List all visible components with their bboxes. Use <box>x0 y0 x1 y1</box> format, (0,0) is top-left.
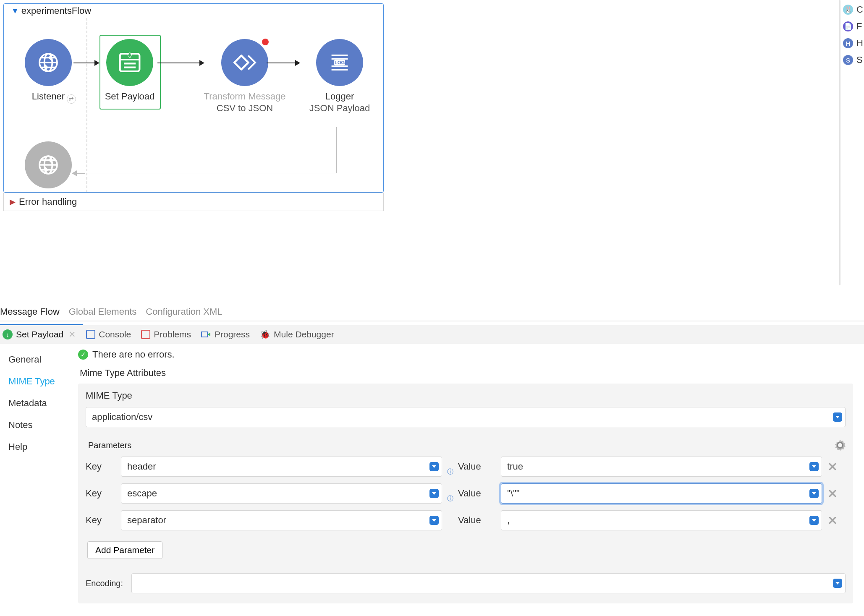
listener-badge-icon: ⇄ <box>67 94 76 104</box>
chevron-down-icon[interactable] <box>429 516 439 525</box>
value-label: Value <box>458 461 496 472</box>
panel-tab-mule-debugger[interactable]: 🐞 Mule Debugger <box>260 329 334 339</box>
gear-icon[interactable] <box>835 440 846 451</box>
status-banner: ✓ There are no errors. <box>78 347 864 364</box>
key-label: Key <box>86 515 116 526</box>
flow-header[interactable]: ▼ experimentsFlow <box>4 4 383 18</box>
ok-icon: ✓ <box>78 350 88 360</box>
parameter-row: Key ⓘ Value <box>86 483 846 504</box>
arrow-icon <box>157 63 204 63</box>
bug-icon: 🐞 <box>260 329 270 339</box>
param-key-input[interactable] <box>121 457 442 477</box>
value-label: Value <box>458 515 496 526</box>
properties-sidebar: General MIME Type Metadata Notes Help <box>0 344 72 603</box>
chevron-down-icon[interactable] <box>833 412 842 422</box>
problems-icon <box>141 330 150 339</box>
mime-type-label: MIME Type <box>86 390 846 401</box>
palette-item[interactable]: HH <box>843 38 864 49</box>
expand-triangle-icon[interactable]: ▶ <box>10 197 16 206</box>
transform-icon <box>221 39 268 86</box>
key-label: Key <box>86 488 116 499</box>
param-key-input[interactable] <box>121 483 442 504</box>
param-value-input[interactable] <box>501 510 822 530</box>
chevron-down-icon[interactable] <box>809 489 819 498</box>
info-icon[interactable]: ⓘ <box>447 468 453 476</box>
chevron-down-icon[interactable] <box>833 579 842 588</box>
sidebar-item-help[interactable]: Help <box>8 441 72 452</box>
chevron-down-icon[interactable] <box>429 462 439 471</box>
chevron-down-icon[interactable] <box>429 489 439 498</box>
palette-item[interactable]: 📄F <box>843 21 864 32</box>
param-key-input[interactable] <box>121 510 442 530</box>
sidebar-item-notes[interactable]: Notes <box>8 420 72 431</box>
return-path <box>76 127 337 173</box>
listener-icon <box>25 39 72 86</box>
arrow-icon <box>267 63 299 63</box>
flow-name: experimentsFlow <box>21 5 91 16</box>
transform-label: Transform Message <box>190 91 299 102</box>
node-set-payload[interactable]: Set Payload <box>88 39 172 102</box>
node-transform[interactable]: Transform Message CSV to JSON <box>190 39 299 114</box>
panel-tab-console[interactable]: Console <box>86 329 131 339</box>
param-value-input[interactable] <box>501 483 822 504</box>
svg-rect-8 <box>202 332 207 337</box>
logger-icon: LOG <box>316 39 363 86</box>
progress-icon <box>201 330 211 339</box>
key-label: Key <box>86 461 116 472</box>
flow-canvas[interactable]: ▼ experimentsFlow ⇄ Listener <box>0 0 864 306</box>
sidebar-item-mime-type[interactable]: MIME Type <box>8 376 72 387</box>
arrow-icon <box>73 63 99 63</box>
scrollbar[interactable] <box>839 0 840 285</box>
add-parameter-button[interactable]: Add Parameter <box>87 541 162 559</box>
panel-tab-problems[interactable]: Problems <box>141 329 191 339</box>
parameters-title: Parameters <box>88 441 131 450</box>
listener-label: Listener <box>6 91 90 102</box>
chevron-down-icon[interactable] <box>809 516 819 525</box>
palette: 🐰C 📄F HH SS <box>843 4 864 65</box>
encoding-label: Encoding: <box>86 579 123 588</box>
sidebar-item-general[interactable]: General <box>8 354 72 365</box>
breakpoint-icon <box>262 39 269 45</box>
delete-row-icon[interactable] <box>827 461 838 472</box>
arrow-return-icon <box>73 173 85 174</box>
panel-tab-set-payload[interactable]: ↓ Set Payload ✕ <box>3 329 76 339</box>
set-payload-label: Set Payload <box>88 91 172 102</box>
set-payload-icon <box>106 39 153 86</box>
section-title: Mime Type Attributes <box>80 368 864 378</box>
error-handling-label: Error handling <box>19 196 77 207</box>
collapse-triangle-icon[interactable]: ▼ <box>11 7 19 16</box>
flow-container[interactable]: ▼ experimentsFlow ⇄ Listener <box>3 3 384 193</box>
transform-sublabel: CSV to JSON <box>190 103 299 114</box>
status-text: There are no errors. <box>92 349 175 360</box>
delete-row-icon[interactable] <box>827 488 838 499</box>
parameter-row: Key ⓘ Value <box>86 457 846 477</box>
node-listener[interactable]: ⇄ Listener <box>6 39 90 102</box>
subtab-configuration-xml[interactable]: Configuration XML <box>146 306 222 317</box>
sidebar-item-metadata[interactable]: Metadata <box>8 398 72 409</box>
console-icon <box>86 330 95 339</box>
response-icon <box>25 141 72 188</box>
chevron-down-icon[interactable] <box>809 462 819 471</box>
mime-type-select[interactable] <box>86 407 846 427</box>
param-value-input[interactable] <box>501 457 822 477</box>
palette-item[interactable]: 🐰C <box>843 4 864 15</box>
logger-label: Logger <box>298 91 382 102</box>
subtab-global-elements[interactable]: Global Elements <box>69 306 136 317</box>
palette-item[interactable]: SS <box>843 55 864 65</box>
value-label: Value <box>458 488 496 499</box>
encoding-select[interactable] <box>131 573 846 593</box>
parameter-row: Key Value <box>86 510 846 530</box>
panel-tab-progress[interactable]: Progress <box>201 329 250 339</box>
error-handling-section[interactable]: ▶ Error handling <box>3 193 384 211</box>
info-icon[interactable]: ⓘ <box>447 495 453 503</box>
svg-text:LOG: LOG <box>335 60 345 65</box>
logger-sublabel: JSON Payload <box>298 103 382 114</box>
editor-subtabs: Message Flow Global Elements Configurati… <box>0 306 864 321</box>
delete-row-icon[interactable] <box>827 515 838 526</box>
subtab-message-flow[interactable]: Message Flow <box>0 306 60 317</box>
close-icon[interactable]: ✕ <box>68 329 76 339</box>
mime-card: MIME Type Parameters Key ⓘ Value <box>78 384 853 603</box>
bottom-panel-tabs: ↓ Set Payload ✕ Console Problems Progres… <box>0 325 864 344</box>
set-payload-tab-icon: ↓ <box>3 329 13 339</box>
node-logger[interactable]: LOG Logger JSON Payload <box>298 39 382 114</box>
